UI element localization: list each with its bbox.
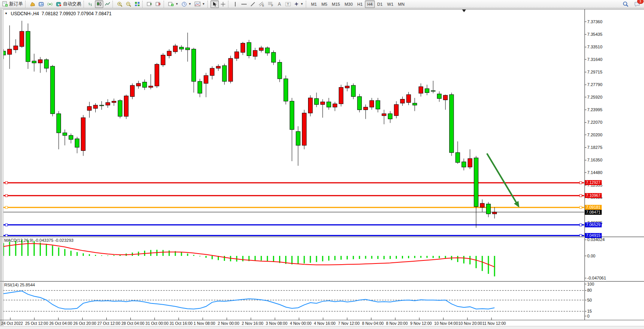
candle-body xyxy=(81,118,85,151)
price-tick-label: 7.16350 xyxy=(587,158,602,162)
candle-body xyxy=(20,31,24,46)
chart-canvas[interactable] xyxy=(0,0,644,329)
ohlc-values: 7.08182 7.09920 7.07904 7.08471 xyxy=(42,11,112,16)
candle-body xyxy=(321,102,325,104)
rsi-tick-label: 100 xyxy=(587,282,594,286)
resistance-line-1-handle[interactable] xyxy=(5,182,8,184)
resistance-line-2-handle[interactable] xyxy=(5,195,8,197)
rsi-value: 25.8544 xyxy=(20,283,35,287)
candle-body xyxy=(486,204,490,214)
candle-body xyxy=(234,52,239,58)
candle-body xyxy=(357,97,361,110)
date-label: 4 Nov 00:00 xyxy=(290,321,312,326)
candle-body xyxy=(388,114,392,119)
candle-body xyxy=(228,58,233,81)
date-label: 24 Oct 2022 xyxy=(1,321,23,326)
candle-body xyxy=(118,101,122,117)
candle-body xyxy=(8,49,12,54)
support-line-1-handle[interactable] xyxy=(5,224,8,226)
candle-body xyxy=(296,131,300,145)
candle-body xyxy=(400,99,405,103)
candle-body xyxy=(241,43,245,52)
price-tick-label: 7.22070 xyxy=(587,120,602,125)
candle-body xyxy=(87,107,92,110)
candle-body xyxy=(259,48,263,51)
candle-body xyxy=(149,86,153,87)
candle-body xyxy=(493,212,497,214)
candle-body xyxy=(247,43,251,56)
support-line-1-handle[interactable] xyxy=(580,224,582,226)
candle-body xyxy=(100,105,104,106)
candle-body xyxy=(44,60,48,69)
price-tick-label: 7.33510 xyxy=(587,45,602,49)
candle-body xyxy=(450,94,454,152)
date-label: 9 Nov 12:00 xyxy=(410,321,432,326)
candle-body xyxy=(376,101,380,109)
candle-body xyxy=(468,158,472,167)
date-label: 31 Oct 00:00 xyxy=(146,321,169,326)
date-label: 11 Nov 12:00 xyxy=(482,321,506,326)
price-badge: 7.04915 xyxy=(585,233,602,238)
candle-body xyxy=(204,75,208,83)
price-tick-label: 7.18275 xyxy=(587,145,602,150)
date-label: 2 Nov 16:00 xyxy=(242,321,263,326)
trend-arrow[interactable] xyxy=(487,153,517,204)
candle-body xyxy=(192,49,196,81)
candle-body xyxy=(69,136,73,139)
price-tick-label: 7.27790 xyxy=(587,82,602,87)
ohlc-collapse-icon[interactable]: ▼ xyxy=(5,12,8,15)
candle-body xyxy=(339,87,343,104)
rsi-label: RSI(14) 25.8544 xyxy=(4,283,35,287)
window-edge-grip[interactable] xyxy=(0,9,3,326)
candle-body xyxy=(50,66,55,114)
date-label: 7 Nov 12:00 xyxy=(338,321,360,326)
price-tick-label: 7.25920 xyxy=(587,95,602,99)
panel-separator-macd[interactable] xyxy=(0,236,644,238)
candle-body xyxy=(284,79,288,101)
price-badge: 7.10967 xyxy=(585,193,602,198)
price-badge: 7.12927 xyxy=(585,180,602,185)
candle-body xyxy=(406,94,411,102)
macd-label: MACD(12,26,9) -0.043375 -0.023293 xyxy=(4,238,74,243)
price-tick-label: 7.35435 xyxy=(587,32,602,37)
price-badge: 7.06529 xyxy=(585,222,602,227)
price-tick-label: 7.23995 xyxy=(587,107,602,112)
candle-body xyxy=(210,68,214,75)
candle-body xyxy=(327,102,331,107)
candle-body xyxy=(198,81,202,93)
panel-separator-rsi[interactable] xyxy=(0,281,644,282)
candle-body xyxy=(161,55,165,65)
resistance-line-1-handle[interactable] xyxy=(580,182,582,184)
orange-level-line-handle[interactable] xyxy=(5,206,8,209)
date-label: 27 Oct 12:00 xyxy=(97,321,120,326)
candle-body xyxy=(413,103,417,105)
chart-title: ▼ USDCNH-,H4 7.08182 7.09920 7.07904 7.0… xyxy=(5,11,111,16)
candle-body xyxy=(345,86,349,88)
macd-tick-label: -0.047061 xyxy=(587,276,606,280)
candle-body xyxy=(63,133,67,136)
price-badge: 7.09181 xyxy=(585,205,602,210)
candle-body xyxy=(167,51,171,56)
candle-body xyxy=(56,114,61,133)
orange-level-line-handle[interactable] xyxy=(580,206,582,209)
candle-body xyxy=(394,104,398,115)
macd-tick-label: 0.00 xyxy=(587,254,595,258)
candle-body xyxy=(253,50,257,56)
candle-body xyxy=(302,113,306,145)
candle-body xyxy=(474,158,478,207)
candle-body xyxy=(315,99,319,105)
candle-body xyxy=(480,203,484,207)
symbol-period: USDCNH-,H4 xyxy=(11,11,39,16)
chart-shift-marker[interactable] xyxy=(462,10,466,12)
candle-body xyxy=(271,53,276,62)
candle-body xyxy=(425,89,429,93)
resistance-line-2-handle[interactable] xyxy=(580,195,582,197)
candle-body xyxy=(32,61,36,63)
candle-body xyxy=(179,47,183,49)
date-label: 10 Nov 20:00 xyxy=(458,321,482,326)
candle-body xyxy=(333,104,337,107)
price-tick-label: 7.14480 xyxy=(587,170,602,175)
candle-body xyxy=(265,48,270,53)
candle-body xyxy=(222,65,226,81)
candle-body xyxy=(124,96,128,117)
